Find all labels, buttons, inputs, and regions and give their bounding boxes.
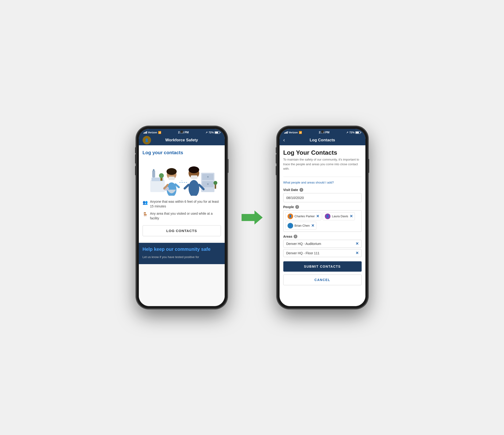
svg-point-9 (207, 176, 208, 178)
date-info-icon[interactable]: i (299, 188, 303, 192)
date-field-group: Visit Date i (283, 188, 362, 202)
battery-percent-2: 72% (349, 131, 354, 134)
people-field-label: People i (283, 205, 362, 209)
log-contacts-title: Log your contacts (143, 150, 221, 155)
info-text-2: Any area that you visited or used while … (150, 211, 221, 221)
info-item-2: 🪑 Any area that you visited or used whil… (143, 211, 221, 221)
back-button[interactable]: ‹ (283, 137, 285, 143)
signal-icon-2 (284, 131, 288, 133)
brian-remove-button[interactable]: ✕ (311, 224, 314, 228)
people-tags-container[interactable]: 👤 Charles Parker ✕ 👤 Laura Davis ✕ (283, 210, 362, 232)
cancel-button[interactable]: CANCEL (283, 275, 362, 285)
time-label-1: 2:03 PM (178, 131, 189, 134)
submit-contacts-button[interactable]: SUBMIT CONTACTS (283, 261, 362, 272)
battery-icon-2 (355, 131, 360, 134)
svg-rect-0 (150, 180, 165, 192)
app-header-2: ‹ Log Contacts (279, 135, 365, 145)
person-tag-charles: 👤 Charles Parker ✕ (285, 212, 322, 220)
info-text-1: Anyone that was within 6 feet of you for… (150, 199, 221, 209)
areas-field-group: Areas i Denver HQ - Auditorium ✕ Denver … (283, 235, 362, 258)
svg-text:↔: ↔ (180, 179, 183, 182)
svg-point-26 (188, 166, 199, 173)
laura-name: Laura Davis (332, 214, 348, 218)
area-tag-auditorium: Denver HQ - Auditorium ✕ (283, 240, 362, 248)
battery-icon-1 (215, 131, 220, 134)
app-title-1: Workforce Safety (165, 138, 198, 142)
status-right-2: ↗ 72% (346, 131, 360, 134)
form-subtitle: To maintain the safety of our community,… (283, 157, 362, 171)
app-header-1: 👤 Workforce Safety (139, 135, 225, 145)
wifi-icon: 📶 (158, 131, 161, 134)
date-input[interactable] (283, 193, 362, 202)
areas-label-text: Areas (283, 235, 292, 238)
svg-rect-2 (152, 170, 155, 178)
laura-avatar: 👤 (325, 213, 331, 219)
community-safe-card: Help keep our community safe Let us know… (139, 243, 225, 264)
wifi-icon-2: 📶 (299, 131, 302, 134)
screen-content-1: Log your contacts (139, 145, 225, 306)
volume-down-button-2 (276, 166, 277, 175)
areas-info-icon[interactable]: i (294, 235, 297, 238)
area-floor111-remove[interactable]: ✕ (356, 251, 359, 255)
volume-up-button (135, 154, 136, 164)
laura-avatar-image: 👤 (325, 213, 331, 219)
svg-rect-3 (153, 169, 154, 171)
area-auditorium-name: Denver HQ - Auditorium (286, 242, 321, 246)
charles-remove-button[interactable]: ✕ (316, 214, 319, 218)
status-right-1: ↗ 72% (206, 131, 220, 134)
user-avatar[interactable]: 👤 (143, 136, 151, 144)
person-tag-laura: 👤 Laura Davis ✕ (323, 212, 355, 220)
people-info-icon[interactable]: i (295, 205, 299, 209)
brian-avatar: 👤 (288, 223, 293, 229)
silent-button-2 (276, 147, 277, 153)
charles-avatar: 👤 (288, 213, 293, 219)
location-icon-2: ↗ (346, 131, 348, 134)
log-contacts-form: Log Your Contacts To maintain the safety… (279, 145, 365, 306)
date-label-text: Visit Date (283, 188, 298, 192)
help-link[interactable]: What people and areas should I add? (283, 181, 362, 184)
people-icon: 👥 (143, 200, 148, 205)
illustration-area: ↔ (143, 158, 221, 196)
status-left-1: Verizon 📶 (144, 131, 161, 134)
svg-point-10 (207, 183, 208, 185)
status-bar-2: Verizon 📶 2:04 PM ↗ 72% (279, 129, 365, 135)
status-bar-1: Verizon 📶 2:03 PM ↗ 72% (139, 129, 225, 135)
svg-rect-16 (168, 177, 175, 180)
area-floor111-name: Denver HQ - Floor 111 (286, 251, 320, 255)
phone-2-screen: Verizon 📶 2:04 PM ↗ 72% ‹ Log Contacts (279, 129, 365, 306)
navigation-arrow (242, 211, 263, 224)
battery-fill-2 (356, 132, 359, 133)
phone-2: Verizon 📶 2:04 PM ↗ 72% ‹ Log Contacts (277, 126, 368, 309)
date-field-label: Visit Date i (283, 188, 362, 192)
log-contacts-card: Log your contacts (139, 145, 225, 241)
svg-rect-11 (215, 184, 216, 189)
laura-remove-button[interactable]: ✕ (350, 214, 353, 218)
silent-button (135, 147, 136, 153)
carrier-label-2: Verizon (289, 131, 298, 134)
svg-point-12 (213, 181, 217, 185)
area-tag-floor111: Denver HQ - Floor 111 ✕ (283, 249, 362, 257)
volume-down-button (135, 166, 136, 175)
charles-avatar-image: 👤 (288, 213, 293, 219)
carrier-label: Verizon (148, 131, 157, 134)
svg-rect-27 (191, 175, 198, 179)
svg-line-29 (185, 185, 189, 188)
people-field-group: People i 👤 Charles Parker ✕ (283, 205, 362, 232)
people-label-text: People (283, 205, 294, 209)
community-safe-subtitle: Let us know if you have tested positive … (143, 255, 221, 259)
charles-name: Charles Parker (295, 214, 315, 218)
signal-icon (144, 131, 147, 133)
brian-avatar-image: 👤 (288, 223, 293, 229)
svg-marker-32 (242, 211, 263, 224)
app-title-2: Log Contacts (310, 138, 335, 142)
log-contacts-button[interactable]: LOG CONTACTS (143, 225, 221, 236)
form-title: Log Your Contacts (283, 149, 362, 156)
svg-point-5 (159, 173, 164, 178)
arrow-container (242, 211, 263, 224)
social-distance-illustration: ↔ (143, 158, 221, 196)
area-auditorium-remove[interactable]: ✕ (356, 242, 359, 246)
avatar-image: 👤 (143, 136, 151, 144)
form-header: Log Your Contacts To maintain the safety… (283, 149, 362, 173)
status-left-2: Verizon 📶 (284, 131, 302, 134)
svg-point-15 (166, 168, 176, 175)
